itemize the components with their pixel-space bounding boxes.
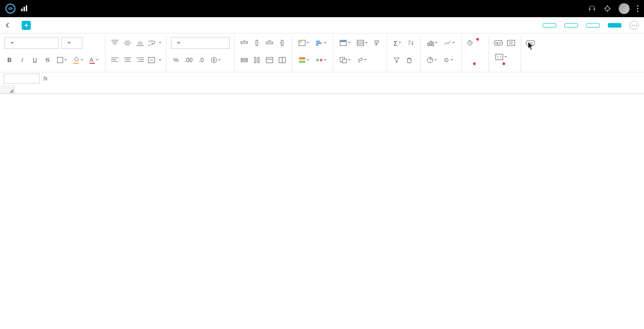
freeze-button[interactable]: [265, 55, 275, 65]
cond-databar-button[interactable]: [314, 38, 328, 48]
nlp-plugin-button[interactable]: NLP: [493, 38, 503, 48]
svg-rect-56: [299, 61, 305, 63]
avatar[interactable]: [619, 3, 630, 14]
svg-rect-54: [299, 57, 305, 59]
percent-button[interactable]: %: [171, 55, 181, 65]
delete-row-button[interactable]: [265, 38, 275, 48]
strike-button[interactable]: S: [43, 55, 52, 65]
cond-highlight-button[interactable]: [297, 38, 311, 48]
autofit-button[interactable]: [277, 55, 287, 65]
delete-col-button[interactable]: [277, 38, 287, 48]
svg-rect-39: [281, 40, 283, 46]
border-button[interactable]: [55, 55, 69, 65]
wrap-text-button[interactable]: [148, 40, 161, 46]
svg-point-84: [500, 56, 501, 57]
headset-icon[interactable]: [588, 5, 596, 13]
more-chart-button[interactable]: [441, 55, 455, 65]
svg-point-57: [316, 59, 319, 61]
insert-col-button[interactable]: [252, 38, 262, 48]
share-button[interactable]: [564, 23, 578, 28]
ribbon-label-plugin: [493, 64, 516, 72]
ocr-plugin-button[interactable]: [506, 38, 516, 48]
underline-button[interactable]: U: [30, 55, 40, 65]
font-color-button[interactable]: A: [88, 55, 100, 65]
decimal-inc-button[interactable]: .00: [184, 55, 194, 65]
line-chart-button[interactable]: [442, 38, 457, 48]
app-logo[interactable]: [5, 4, 15, 14]
table-style-button[interactable]: [355, 38, 369, 48]
svg-point-10: [637, 11, 639, 12]
number-format-select[interactable]: [171, 37, 230, 49]
svg-rect-61: [357, 40, 364, 46]
autosum-button[interactable]: Σ: [392, 38, 403, 48]
svg-rect-55: [299, 59, 305, 61]
svg-rect-11: [57, 57, 63, 63]
more-plugin-button[interactable]: [493, 52, 509, 62]
insert-button[interactable]: [338, 55, 352, 65]
decimal-dec-button[interactable]: .0: [196, 55, 206, 65]
chevron-left-icon: [5, 23, 10, 28]
italic-button[interactable]: I: [17, 55, 27, 65]
bold-button[interactable]: B: [5, 55, 14, 65]
filter-button[interactable]: [392, 55, 402, 65]
spreadsheet-grid[interactable]: [0, 85, 644, 329]
hide-col-button[interactable]: [252, 55, 262, 65]
cond-colorscale-button[interactable]: [297, 55, 311, 65]
svg-rect-53: [316, 44, 318, 46]
svg-point-3: [606, 7, 610, 11]
delete-button[interactable]: [404, 55, 414, 65]
svg-rect-82: [496, 54, 503, 60]
font-family-select[interactable]: [5, 37, 59, 49]
svg-text:$: $: [213, 58, 215, 62]
back-button[interactable]: [5, 23, 13, 28]
clear-button[interactable]: [355, 55, 369, 65]
data-explore-button[interactable]: [466, 39, 480, 47]
select-all-corner[interactable]: [0, 85, 14, 94]
cell-style-button[interactable]: [338, 38, 352, 48]
sort-button[interactable]: [406, 38, 416, 48]
align-left-button[interactable]: [110, 55, 120, 65]
svg-point-9: [637, 8, 639, 9]
svg-point-58: [320, 59, 322, 61]
svg-rect-52: [316, 42, 322, 44]
svg-point-8: [637, 5, 639, 7]
keyboard-button[interactable]: [526, 38, 535, 48]
insert-row-button[interactable]: [239, 38, 249, 48]
fx-icon: fx: [43, 75, 47, 82]
svg-rect-43: [255, 57, 256, 63]
more-button[interactable]: ⋯: [630, 21, 639, 30]
valign-bot-button[interactable]: [135, 38, 145, 48]
svg-rect-71: [430, 41, 431, 46]
svg-rect-45: [266, 57, 273, 63]
ribbon-label-number: [171, 70, 230, 72]
svg-point-75: [446, 60, 447, 61]
font-size-select[interactable]: [62, 37, 82, 49]
valign-top-button[interactable]: [110, 38, 120, 48]
hide-row-button[interactable]: [239, 55, 249, 65]
name-box[interactable]: [4, 74, 40, 84]
bar-chart-button[interactable]: [425, 38, 440, 48]
save-button[interactable]: [608, 23, 621, 28]
merge-cells-button[interactable]: [148, 57, 161, 63]
ribbon-label-align: [110, 70, 161, 72]
format-painter-button[interactable]: [372, 38, 382, 48]
svg-rect-65: [342, 59, 346, 63]
currency-button[interactable]: $: [209, 55, 223, 65]
exit-edit-button[interactable]: [586, 23, 600, 28]
menu-dots-icon[interactable]: [637, 5, 639, 12]
formula-input[interactable]: [51, 74, 640, 84]
align-right-button[interactable]: [135, 55, 145, 65]
valign-mid-button[interactable]: [123, 38, 133, 48]
fill-color-button[interactable]: [71, 55, 85, 65]
formula-bar: fx: [0, 72, 644, 85]
bug-icon[interactable]: [603, 5, 611, 13]
bar-chart-icon: [21, 5, 28, 12]
align-center-button[interactable]: [123, 55, 133, 65]
topbar: [0, 0, 644, 17]
download-button[interactable]: [543, 23, 556, 28]
svg-rect-85: [526, 41, 535, 45]
svg-text:NLP: NLP: [495, 42, 502, 45]
cond-iconset-button[interactable]: [314, 55, 328, 65]
ribbon-label-condfmt: [297, 70, 328, 72]
pie-chart-button[interactable]: [425, 55, 439, 65]
